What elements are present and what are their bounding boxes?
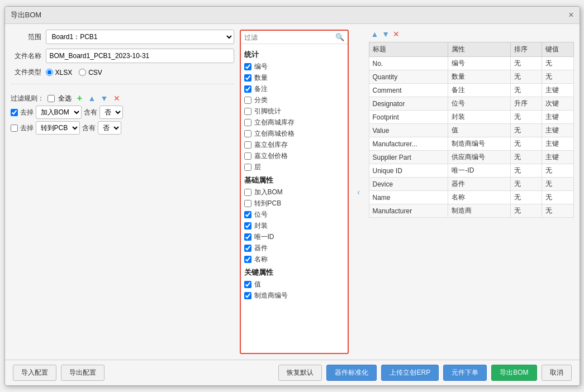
filetype-control: XLSX CSV xyxy=(46,69,234,77)
table-row[interactable]: Designator位号升序次键 xyxy=(369,97,573,111)
checklist-item-label-0-4: 引脚统计 xyxy=(254,107,281,116)
checklist-item: 立创商城价格 xyxy=(244,129,344,138)
cell-1-0: Quantity xyxy=(369,70,448,84)
filter-rule-checkbox-1[interactable] xyxy=(11,125,18,132)
checklist-checkbox-0-1[interactable] xyxy=(244,74,251,82)
filetype-row: 文件类型 XLSX CSV xyxy=(11,68,234,77)
cancel-button[interactable]: 取消 xyxy=(542,365,572,381)
close-button[interactable]: × xyxy=(568,11,573,20)
checklist-checkbox-1-5[interactable] xyxy=(244,245,251,252)
checklist-item-label-0-7: 嘉立创库存 xyxy=(254,140,288,150)
filter-rule-label2-0: 含有 xyxy=(84,108,97,117)
table-row[interactable]: Unique ID唯一-ID无无 xyxy=(369,164,573,178)
filename-input[interactable] xyxy=(46,49,234,63)
table-row[interactable]: Manufacturer...制造商编号无主键 xyxy=(369,137,573,151)
toggle-left-icon[interactable]: ‹ xyxy=(357,188,360,196)
filter-delete-icon[interactable]: ✕ xyxy=(112,93,122,103)
table-header-3: 键值 xyxy=(542,42,573,57)
cell-8-2: 无 xyxy=(510,164,542,178)
export-config-button[interactable]: 导出配置 xyxy=(61,365,105,381)
import-config-button[interactable]: 导入配置 xyxy=(13,365,56,381)
checklist-checkbox-1-2[interactable] xyxy=(244,211,251,218)
checklist-item: 值 xyxy=(244,280,344,289)
cell-7-1: 供应商编号 xyxy=(448,151,510,164)
checklist-checkbox-2-1[interactable] xyxy=(244,292,251,299)
filter-rule-row: 去掉 转到PCB 含有 否 xyxy=(11,121,234,135)
checklist-checkbox-0-0[interactable] xyxy=(244,63,251,70)
filter-toolbar: + ▲ ▼ ✕ xyxy=(75,93,122,103)
xlsx-option[interactable]: XLSX xyxy=(46,69,73,77)
upload-erp-button[interactable]: 上传立创ERP xyxy=(381,365,439,381)
filter-up-icon[interactable]: ▲ xyxy=(87,93,97,103)
checklist-item: 器件 xyxy=(244,243,344,253)
restore-default-button[interactable]: 恢复默认 xyxy=(278,365,322,381)
xlsx-radio[interactable] xyxy=(46,69,53,76)
checklist-item-label-1-5: 器件 xyxy=(254,243,268,253)
filetype-label: 文件类型 xyxy=(11,68,41,77)
table-row[interactable]: No.编号无无 xyxy=(369,57,573,70)
checklist-item: 备注 xyxy=(244,84,344,94)
table-row[interactable]: Supplier Part供应商编号无主键 xyxy=(369,151,573,164)
checklist-item-label-0-8: 嘉立创价格 xyxy=(254,151,288,161)
table-row[interactable]: Manufacturer制造商无无 xyxy=(369,204,573,218)
csv-radio[interactable] xyxy=(79,69,86,76)
filter-rules-container: 去掉 加入BOM 含有 否 去掉 转到PCB 含有 否 xyxy=(11,106,234,135)
filter-rule-select1-0[interactable]: 加入BOM xyxy=(36,106,82,119)
export-bom-button[interactable]: 导出BOM xyxy=(491,365,536,381)
checklist-checkbox-0-7[interactable] xyxy=(244,141,251,149)
filter-rule-select2-0[interactable]: 否 xyxy=(99,106,123,119)
checklist-checkbox-1-0[interactable] xyxy=(244,189,251,196)
checklist-checkbox-1-6[interactable] xyxy=(244,256,251,263)
filter-rule-select2-1[interactable]: 否 xyxy=(98,121,121,135)
checklist-checkbox-1-4[interactable] xyxy=(244,233,251,241)
checklist-item-label-1-6: 名称 xyxy=(254,255,268,264)
checklist-checkbox-1-3[interactable] xyxy=(244,222,251,230)
checklist-checkbox-0-5[interactable] xyxy=(244,119,251,126)
table-row[interactable]: Comment备注无主键 xyxy=(369,84,573,97)
checklist-item: 转到PCB xyxy=(244,199,344,208)
table-row[interactable]: Name名称无无 xyxy=(369,191,573,204)
cell-0-2: 无 xyxy=(510,57,542,70)
table-body: No.编号无无Quantity数量无无Comment备注无主键Designato… xyxy=(369,57,573,218)
cell-3-1: 位号 xyxy=(448,97,510,111)
scope-select[interactable]: Board1：PCB1 xyxy=(46,30,234,44)
checklist-checkbox-2-0[interactable] xyxy=(244,281,251,288)
row-up-icon[interactable]: ▲ xyxy=(371,30,379,39)
filter-rule-checkbox-0[interactable] xyxy=(11,109,18,116)
table-row[interactable]: Quantity数量无无 xyxy=(369,70,573,84)
table-row[interactable]: Device器件无无 xyxy=(369,178,573,191)
table-row[interactable]: Footprint封装无主键 xyxy=(369,111,573,124)
standardize-button[interactable]: 器件标准化 xyxy=(326,365,377,381)
checklist-item: 制造商编号 xyxy=(244,291,344,300)
cell-4-2: 无 xyxy=(510,111,542,124)
checklist-item: 数量 xyxy=(244,73,344,83)
cell-9-0: Device xyxy=(369,178,448,191)
checklist-item-label-0-1: 数量 xyxy=(254,73,268,83)
checklist-checkbox-0-3[interactable] xyxy=(244,97,251,104)
cell-11-1: 制造商 xyxy=(448,204,510,218)
checklist-checkbox-0-9[interactable] xyxy=(244,164,251,171)
filter-down-icon[interactable]: ▼ xyxy=(99,93,110,103)
search-input[interactable] xyxy=(244,34,333,41)
checklist-scroll[interactable]: 统计 编号 数量 备注 分类 引脚统计 立创商城库存 立创商城价格 嘉立创库存 … xyxy=(241,44,348,353)
section-title-0: 统计 xyxy=(244,50,344,60)
add-filter-icon[interactable]: + xyxy=(75,93,85,103)
checklist-checkbox-1-1[interactable] xyxy=(244,200,251,207)
checklist-checkbox-0-2[interactable] xyxy=(244,85,251,93)
checklist-checkbox-0-6[interactable] xyxy=(244,130,251,137)
csv-option[interactable]: CSV xyxy=(79,69,102,77)
checklist-item: 位号 xyxy=(244,210,344,219)
checklist-item-label-0-5: 立创商城库存 xyxy=(254,118,295,127)
row-delete-icon[interactable]: ✕ xyxy=(393,30,400,39)
filter-rule-select1-1[interactable]: 转到PCB xyxy=(36,121,80,135)
checklist-checkbox-0-8[interactable] xyxy=(244,152,251,160)
cell-5-0: Value xyxy=(369,124,448,137)
dialog-body: 范围 Board1：PCB1 文件名称 文件类型 xyxy=(5,24,580,360)
table-row[interactable]: Value值无主键 xyxy=(369,124,573,137)
cell-10-0: Name xyxy=(369,191,448,204)
section-title-2: 关键属性 xyxy=(244,267,344,278)
all-select-checkbox[interactable] xyxy=(48,95,55,102)
row-down-icon[interactable]: ▼ xyxy=(382,30,390,39)
checklist-checkbox-0-4[interactable] xyxy=(244,108,251,115)
order-button[interactable]: 元件下单 xyxy=(443,365,487,381)
